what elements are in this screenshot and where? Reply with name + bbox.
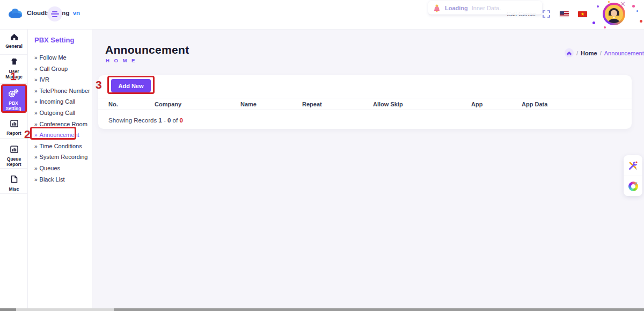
chevron-right-icon: » (34, 88, 38, 94)
chevron-right-icon: » (34, 66, 38, 72)
bottom-scrollbar-thumb-left[interactable] (0, 308, 16, 311)
annotation-number-1: 1 (10, 70, 17, 83)
chevron-right-icon: » (34, 143, 38, 149)
confetti-dot (592, 21, 595, 24)
sidebar-item-time-conditions[interactable]: »Time Conditions (34, 141, 90, 152)
menu-label: Follow Me (40, 54, 67, 61)
sidebar-item-ivr[interactable]: »IVR (34, 74, 90, 85)
confetti-dot (604, 26, 606, 28)
sidebar-title: PBX Setting (34, 36, 74, 44)
chevron-right-icon: » (34, 55, 38, 61)
chevron-right-icon: » (34, 77, 38, 83)
annotation-number-2: 2 (24, 128, 31, 141)
chevron-right-icon: » (34, 154, 38, 160)
sidebar-item-misc[interactable]: Misc (0, 175, 28, 192)
breadcrumb-home[interactable]: Home (581, 50, 597, 56)
menu-label: Incoming Call (40, 98, 76, 105)
confetti-dot (597, 5, 599, 8)
annotation-number-3: 3 (96, 78, 102, 91)
records-summary: Showing Records 1 - 0 of 0 (108, 117, 183, 124)
chevron-right-icon: » (34, 110, 38, 116)
column-header-name: Name (240, 101, 257, 107)
column-header-repeat: Repeat (302, 101, 322, 107)
us-flag-icon[interactable] (560, 11, 569, 17)
sidebar-item-follow-me[interactable]: »Follow Me (34, 52, 90, 63)
file-icon (11, 175, 18, 183)
table-header-row: No. Company Name Repeat Allow Skip App A… (98, 98, 632, 110)
column-header-app: App (471, 101, 482, 107)
bell-icon (433, 4, 441, 12)
close-icon[interactable]: ✕ (620, 0, 626, 8)
menu-label: System Recording (40, 154, 88, 160)
page-subtitle: H O M E (106, 57, 136, 63)
announcement-card: Add New No. Company Name Repeat Allow Sk… (98, 75, 632, 129)
chevron-right-icon: » (34, 99, 38, 105)
hamburger-icon[interactable] (47, 6, 62, 21)
cloud-logo-icon (8, 7, 24, 19)
breadcrumb-current: Announcement (604, 50, 644, 56)
menu-label: Conference Room (40, 121, 87, 127)
breadcrumb-separator: / (576, 50, 578, 56)
chevron-right-icon: » (34, 121, 38, 127)
confetti-dot (632, 5, 635, 8)
breadcrumb: / Home / Announcement (565, 48, 644, 57)
rail-label: Misc (0, 187, 28, 192)
users-icon (10, 57, 18, 66)
home-icon (10, 33, 18, 40)
add-new-button[interactable]: Add New (111, 79, 151, 92)
records-from: 1 (158, 117, 162, 124)
sidebar-item-pbx-setting[interactable]: PBX Setting (1, 85, 26, 113)
brand-suffix: vn (73, 10, 80, 16)
sidebar-item-announcement[interactable]: »Announcement (34, 129, 90, 141)
confetti-dot (608, 1, 610, 3)
sidebar-item-general[interactable]: General (0, 33, 28, 49)
menu-label: Queues (40, 165, 61, 171)
bar-chart-icon (10, 120, 18, 127)
sidebar-item-conference-room[interactable]: »Conference Room (34, 119, 90, 130)
sidebar-item-call-group[interactable]: »Call Group (34, 63, 90, 75)
app-root: Cloudbookingvn Call Center ★ (0, 0, 644, 311)
rail-label: PBX Setting (1, 101, 26, 111)
sidebar-item-outgoing-call[interactable]: »Outgoing Call (34, 107, 90, 119)
divider (0, 83, 28, 84)
column-header-allow-skip: Allow Skip (373, 101, 403, 107)
records-dash: - (164, 117, 166, 124)
records-prefix: Showing Records (108, 117, 157, 124)
menu-label: Black List (40, 176, 65, 183)
sidebar-item-black-list[interactable]: »Black List (34, 174, 90, 185)
floating-tools-panel (624, 155, 642, 196)
vn-flag-star: ★ (578, 11, 587, 17)
menu-label: TelePhone Number (40, 88, 90, 94)
toast-title: Loading (445, 5, 468, 11)
menu-label: Announcement (40, 132, 79, 138)
brand-logo[interactable]: Cloudbookingvn (8, 7, 80, 19)
bottom-scrollbar-track[interactable] (16, 308, 114, 311)
records-to: 0 (167, 117, 171, 124)
divider (0, 168, 28, 169)
color-wheel-icon (628, 182, 638, 191)
rail-label: General (0, 44, 28, 49)
confetti-dot (636, 10, 638, 12)
breadcrumb-home-icon[interactable] (565, 48, 574, 57)
sidebar-item-queues[interactable]: »Queues (34, 163, 90, 174)
divider (0, 193, 28, 194)
theme-customizer-button[interactable] (624, 176, 642, 196)
confetti-dot (640, 20, 642, 23)
menu-label: IVR (40, 76, 49, 83)
chevron-right-icon: » (34, 177, 38, 183)
tools-button[interactable] (624, 155, 642, 176)
sidebar-item-telephone-number[interactable]: »TelePhone Number (34, 85, 90, 97)
bottom-scrollbar-thumb[interactable] (114, 308, 644, 311)
sidebar-item-incoming-call[interactable]: »Incoming Call (34, 96, 90, 107)
vn-flag-icon[interactable]: ★ (578, 11, 587, 17)
breadcrumb-separator: / (600, 50, 602, 56)
chevron-right-icon: » (34, 132, 38, 138)
sidebar-item-system-recording[interactable]: »System Recording (34, 151, 90, 163)
records-total: 0 (179, 117, 182, 124)
records-of: of (173, 117, 178, 124)
bar-chart-icon (10, 146, 18, 153)
menu-label: Call Group (40, 66, 68, 72)
sidebar-item-queue-report[interactable]: Queue Report (0, 146, 28, 167)
rail-label: Queue Report (0, 157, 28, 167)
fullscreen-icon[interactable] (543, 10, 550, 18)
